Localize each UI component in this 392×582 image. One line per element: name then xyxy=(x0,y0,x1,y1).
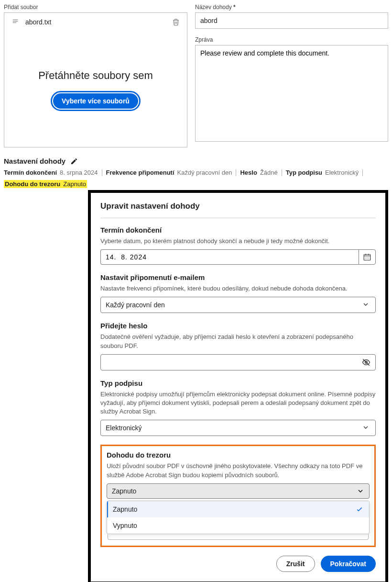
reminder-desc: Nastavte frekvenci připomínek, které bud… xyxy=(100,284,376,293)
setting-sigtype-val: Elektronický xyxy=(325,169,359,176)
calendar-icon xyxy=(363,253,371,261)
edit-icon[interactable] xyxy=(70,157,78,165)
password-desc: Dodatečné ověření vyžaduje, aby příjemci… xyxy=(100,333,376,350)
setting-reminder-val: Každý pracovní den xyxy=(177,169,232,176)
file-section-label: Přidat soubor xyxy=(4,4,187,11)
text-file-icon xyxy=(11,18,20,26)
drop-text: Přetáhněte soubory sem xyxy=(38,69,153,82)
chevron-down-icon xyxy=(362,301,370,309)
setting-reminder-key: Frekvence připomenutí xyxy=(106,169,174,176)
separator xyxy=(102,169,102,176)
vault-option-off[interactable]: Vypnuto xyxy=(107,517,369,534)
reminder-select[interactable]: Každý pracovní den xyxy=(100,297,376,313)
separator xyxy=(236,169,236,176)
vault-title: Dohodu do trezoru xyxy=(107,451,370,459)
separator xyxy=(362,169,363,176)
file-drop-area[interactable]: abord.txt Přetáhněte soubory sem Vyberte… xyxy=(4,12,187,147)
message-textarea[interactable] xyxy=(195,45,388,142)
deadline-date-input[interactable] xyxy=(100,249,359,265)
check-icon xyxy=(356,505,363,513)
settings-header: Nastavení dohody xyxy=(4,157,65,165)
cancel-button[interactable]: Zrušit xyxy=(276,556,315,572)
setting-deadline-val: 8. srpna 2024 xyxy=(60,169,98,176)
separator xyxy=(282,169,282,176)
modal-title: Upravit nastavení dohody xyxy=(100,201,376,218)
required-star: * xyxy=(233,4,236,11)
setting-password-key: Heslo xyxy=(240,169,257,176)
eye-off-icon[interactable] xyxy=(362,358,370,367)
message-label: Zpráva xyxy=(195,36,388,43)
settings-summary-row: Termín dokončení 8. srpna 2024 Frekvence… xyxy=(0,169,392,180)
continue-button[interactable]: Pokračovat xyxy=(321,556,376,572)
sigtype-title: Typ podpisu xyxy=(100,379,376,387)
setting-deadline-key: Termín dokončení xyxy=(4,169,57,176)
edit-settings-modal: Upravit nastavení dohody Termín dokončen… xyxy=(88,190,388,582)
agreement-name-input[interactable] xyxy=(195,12,388,29)
vault-option-on[interactable]: Zapnuto xyxy=(107,501,369,517)
setting-vault-highlight: Dohodu do trezoru Zapnuto xyxy=(4,180,87,188)
sigtype-desc: Elektronické podpisy umožňují příjemcům … xyxy=(100,390,376,416)
setting-password-val: Žádné xyxy=(260,169,278,176)
select-more-files-button[interactable]: Vyberte více souborů xyxy=(53,93,138,109)
file-name: abord.txt xyxy=(25,18,166,26)
vault-select[interactable]: Zapnuto xyxy=(107,483,370,499)
deadline-desc: Vyberte datum, po kterém platnost dohody… xyxy=(100,237,376,246)
vault-under-edge xyxy=(108,534,369,540)
reminder-title: Nastavit připomenutí e-mailem xyxy=(100,273,376,281)
chevron-down-icon xyxy=(357,487,364,495)
chevron-down-icon xyxy=(362,424,370,432)
vault-section: Dohodu do trezoru Uloží původní soubor P… xyxy=(100,445,376,547)
calendar-button[interactable] xyxy=(359,249,376,265)
password-input[interactable] xyxy=(100,354,376,370)
password-title: Přidejte heslo xyxy=(100,322,376,330)
vault-desc: Uloží původní soubor PDF v úschovně jiné… xyxy=(107,462,370,479)
vault-dropdown: Zapnuto Vypnuto xyxy=(107,501,370,534)
agreement-name-label: Název dohody * xyxy=(195,4,388,11)
deadline-title: Termín dokončení xyxy=(100,226,376,234)
sigtype-select[interactable]: Elektronický xyxy=(100,420,376,436)
setting-sigtype-key: Typ podpisu xyxy=(286,169,322,176)
trash-icon[interactable] xyxy=(172,18,180,26)
file-item: abord.txt xyxy=(4,13,187,31)
